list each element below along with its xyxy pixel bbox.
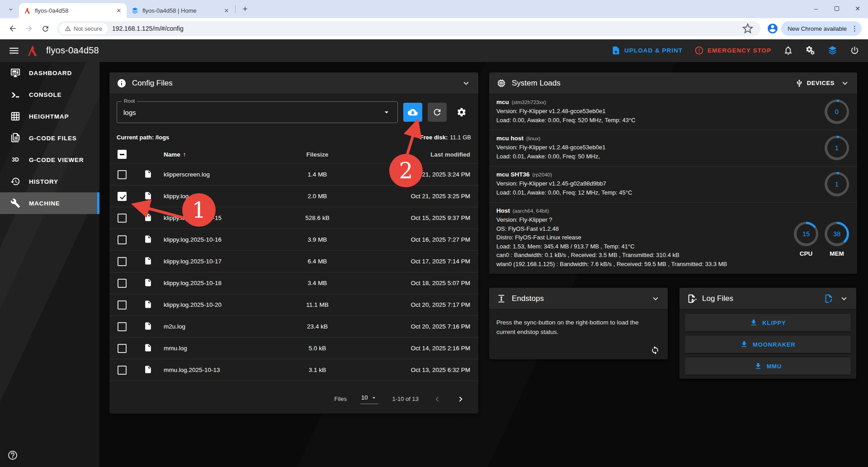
file-modified: Oct 20, 2025 7:17 PM xyxy=(358,301,471,308)
log-download-mmu-button[interactable]: MMU xyxy=(685,357,851,375)
file-row-checkbox[interactable] xyxy=(118,279,127,288)
host-stat-line: can0 : Bandwidth: 0.1 kB/s , Received: 3… xyxy=(496,251,727,260)
refresh-files-button[interactable] xyxy=(428,103,447,122)
collapse-chevron-icon[interactable] xyxy=(461,78,471,88)
column-last-modified[interactable]: Last modified xyxy=(358,151,471,158)
file-row[interactable]: m2u.log 23.4 kB Oct 20, 2025 7:16 PM xyxy=(109,315,478,337)
address-bar[interactable]: Not secure 192.168.1.125/m/#/config xyxy=(57,21,760,36)
file-row[interactable]: klippy.log.2025-10-17 6.4 MB Oct 17, 202… xyxy=(109,250,478,272)
notifications-button[interactable] xyxy=(783,45,793,56)
emergency-stop-label: EMERGENCY STOP xyxy=(708,47,771,54)
file-row-checkbox[interactable] xyxy=(118,322,127,331)
collapse-chevron-icon[interactable] xyxy=(840,78,850,88)
root-select[interactable]: Root logs xyxy=(117,101,398,123)
browser-tab-home[interactable]: flyos-0a4d58 | Home ✕ xyxy=(127,3,234,18)
new-tab-button[interactable]: + xyxy=(239,3,251,15)
dropdown-caret-icon xyxy=(382,108,391,117)
sidebar-item-gcode-viewer[interactable]: 3D G-CODE VIEWER xyxy=(0,149,99,171)
window-minimize-button[interactable]: – xyxy=(806,0,826,17)
file-row-checkbox[interactable] xyxy=(118,257,127,266)
root-select-label: Root xyxy=(122,98,137,104)
file-row-checkbox[interactable] xyxy=(118,192,127,201)
reload-button[interactable] xyxy=(38,22,52,35)
file-row[interactable]: mmu.log 5.0 kB Oct 14, 2025 2:16 PM xyxy=(109,337,478,359)
devices-button[interactable]: DEVICES xyxy=(795,79,835,87)
host-stat-line: Version: Fly-Klipper ? xyxy=(496,215,727,224)
log-files-header[interactable]: Log Files xyxy=(679,288,856,310)
file-row[interactable]: mmu.log.2025-10-13 3.1 kB Oct 13, 2025 6… xyxy=(109,359,478,381)
file-row-checkbox[interactable] xyxy=(118,366,127,375)
file-row[interactable]: klippy.log.2025-10-16 3.9 MB Oct 16, 202… xyxy=(109,229,478,250)
config-files-header[interactable]: Config Files xyxy=(109,72,478,94)
sidebar-item-icon xyxy=(10,89,21,100)
url-text[interactable]: 192.168.1.125/m/#/config xyxy=(112,25,740,32)
emergency-stop-button[interactable]: EMERGENCY STOP xyxy=(694,46,771,55)
file-row-checkbox[interactable] xyxy=(118,300,127,310)
log-download-moonraker-button[interactable]: MOONRAKER xyxy=(685,336,851,353)
collapse-chevron-icon[interactable] xyxy=(839,294,849,304)
file-row-checkbox[interactable] xyxy=(118,344,127,353)
cloud-download-icon xyxy=(408,107,418,117)
file-row-checkbox[interactable] xyxy=(118,214,127,223)
sidebar-item-icon xyxy=(10,176,21,187)
log-download-klippy-button[interactable]: KLIPPY xyxy=(685,314,851,331)
system-loads-header[interactable]: System Loads DEVICES xyxy=(489,72,857,94)
mcu-load-value: 1 xyxy=(827,138,847,157)
sidebar-item-gcode-files[interactable]: G-CODE FILES xyxy=(0,127,99,149)
column-filesize[interactable]: Filesize xyxy=(277,151,358,158)
bookmark-star-icon[interactable] xyxy=(741,22,755,35)
sidebar-item-heightmap[interactable]: HEIGHTMAP xyxy=(0,105,99,127)
window-close-button[interactable]: ✕ xyxy=(847,0,868,17)
file-row[interactable]: klippy.log.2025-10-15 528.6 kB Oct 15, 2… xyxy=(109,207,478,229)
header-actions: UPLOAD & PRINT EMERGENCY STOP xyxy=(611,45,860,56)
log-download-label: MMU xyxy=(767,363,782,370)
host-gauge: 15 CPU xyxy=(794,222,818,257)
sidebar-item-console[interactable]: CONSOLE xyxy=(0,84,99,105)
browser-menu-icon[interactable]: ⋮ xyxy=(851,24,858,33)
chevron-right-icon xyxy=(456,394,466,404)
file-row-checkbox[interactable] xyxy=(118,170,127,179)
gear-icon xyxy=(457,107,467,117)
file-modified: Oct 18, 2025 5:07 PM xyxy=(358,280,471,286)
endstops-header[interactable]: Endstops xyxy=(489,288,668,310)
select-all-checkbox[interactable] xyxy=(118,150,127,159)
file-row[interactable]: klipperscreen.log 1.4 MB Oct 21, 2025 3:… xyxy=(109,163,478,185)
chrome-update-button[interactable]: New Chrome available ⋮ xyxy=(781,21,862,36)
log-files-panel: Log Files KLIPPY MOONRAKER MMU xyxy=(679,288,856,379)
sidebar-item-machine[interactable]: MACHINE xyxy=(0,192,99,214)
tab-close-icon[interactable]: ✕ xyxy=(222,7,231,15)
next-page-button[interactable] xyxy=(456,394,466,404)
back-button[interactable] xyxy=(6,22,19,35)
download-selected-button[interactable] xyxy=(403,103,422,122)
endstops-message: Press the sync-button on the right-botto… xyxy=(496,318,646,337)
theme-layers-button[interactable] xyxy=(827,45,838,56)
upload-and-print-button[interactable]: UPLOAD & PRINT xyxy=(611,46,683,55)
file-row[interactable]: klippy.log.2025-10-20 11.1 MB Oct 20, 20… xyxy=(109,294,478,315)
file-row[interactable]: klippy.log 2.0 MB Oct 21, 2025 3:25 PM xyxy=(109,185,478,207)
menu-button[interactable] xyxy=(8,45,20,57)
browser-tab-flyos[interactable]: flyos-0a4d58 ✕ xyxy=(19,3,127,18)
endstops-sync-button[interactable] xyxy=(651,346,660,355)
column-name[interactable]: Name↑ xyxy=(164,151,277,158)
window-restore-button[interactable] xyxy=(826,0,847,17)
file-name: klippy.log.2025-10-16 xyxy=(164,236,277,243)
help-button[interactable] xyxy=(7,450,18,461)
settings-button[interactable] xyxy=(805,45,816,56)
sidebar-item-dashboard[interactable]: DASHBOARD xyxy=(0,62,99,84)
profile-icon[interactable] xyxy=(767,23,778,34)
tab-search-button[interactable] xyxy=(5,3,17,16)
forward-button[interactable] xyxy=(22,22,36,35)
per-page-select[interactable]: 10 xyxy=(360,394,378,404)
power-button[interactable] xyxy=(849,45,860,56)
log-rollover-button[interactable] xyxy=(824,294,834,304)
sidebar-item-history[interactable]: HISTORY xyxy=(0,171,99,192)
not-secure-chip[interactable]: Not secure xyxy=(59,23,108,34)
previous-page-button[interactable] xyxy=(432,394,442,404)
files-settings-button[interactable] xyxy=(452,103,471,122)
collapse-chevron-icon[interactable] xyxy=(651,294,660,304)
sidebar-item-icon: 3D xyxy=(10,154,21,165)
file-row[interactable]: klippy.log.2025-10-18 3.4 MB Oct 18, 202… xyxy=(109,272,478,294)
file-row-checkbox[interactable] xyxy=(118,235,127,244)
download-icon xyxy=(754,362,762,370)
tab-close-icon[interactable]: ✕ xyxy=(115,7,123,15)
